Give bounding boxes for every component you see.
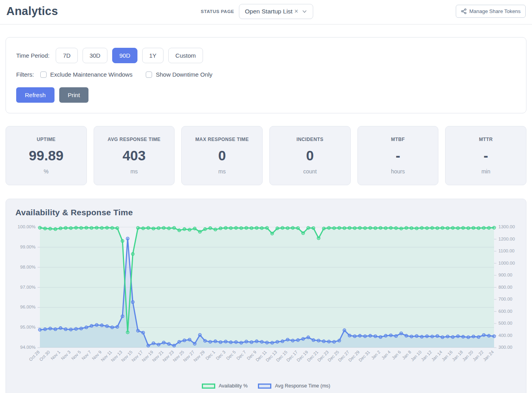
svg-text:Nov 13: Nov 13 bbox=[110, 350, 123, 363]
svg-text:Jan 24: Jan 24 bbox=[482, 350, 495, 362]
svg-text:700.00: 700.00 bbox=[498, 297, 512, 301]
svg-text:Dec 19: Dec 19 bbox=[296, 350, 309, 363]
checkbox-exclude-maintenance-windows[interactable] bbox=[40, 71, 47, 78]
clear-selection-icon[interactable]: ✕ bbox=[294, 8, 299, 14]
legend-swatch bbox=[258, 384, 271, 389]
checkbox-label: Exclude Maintenance Windows bbox=[50, 71, 132, 78]
stat-unit: min bbox=[449, 168, 523, 175]
period-button-7d[interactable]: 7D bbox=[56, 48, 77, 63]
svg-text:Jan 12: Jan 12 bbox=[420, 350, 433, 362]
svg-text:Jan 20: Jan 20 bbox=[461, 350, 474, 362]
svg-text:Nov 1: Nov 1 bbox=[50, 350, 61, 361]
chart-card: Availability & Response Time 100.00%99.0… bbox=[6, 199, 526, 393]
svg-text:Nov 21: Nov 21 bbox=[151, 350, 164, 363]
page-title: Analytics bbox=[6, 5, 58, 18]
svg-text:96.00%: 96.00% bbox=[20, 305, 36, 309]
svg-text:Jan 4: Jan 4 bbox=[380, 350, 391, 361]
stat-label: MTTR bbox=[449, 137, 523, 142]
status-page-value: Open Startup List bbox=[245, 8, 293, 15]
stat-value: - bbox=[361, 148, 435, 164]
svg-text:400.00: 400.00 bbox=[498, 333, 512, 338]
stat-label: INCIDENTS bbox=[273, 137, 347, 142]
stat-value: 403 bbox=[97, 148, 171, 164]
svg-text:300.00: 300.00 bbox=[498, 345, 512, 350]
svg-text:97.00%: 97.00% bbox=[20, 285, 36, 290]
legend-label: Avg Response Time (ms) bbox=[275, 383, 330, 389]
svg-text:Jan 2: Jan 2 bbox=[370, 350, 381, 361]
filter-checkbox-group: Exclude Maintenance WindowsShow Downtime… bbox=[40, 71, 226, 78]
period-button-custom[interactable]: Custom bbox=[168, 48, 203, 63]
svg-text:Nov 3: Nov 3 bbox=[60, 350, 71, 361]
svg-text:98.00%: 98.00% bbox=[20, 265, 36, 269]
filter-option-show-downtime-only: Show Downtime Only bbox=[146, 71, 212, 78]
svg-text:Dec 21: Dec 21 bbox=[306, 350, 319, 363]
checkbox-show-downtime-only[interactable] bbox=[146, 71, 152, 78]
svg-text:Dec 29: Dec 29 bbox=[347, 350, 360, 363]
svg-text:Dec 31: Dec 31 bbox=[358, 350, 371, 363]
legend-item-avg-response-time-ms[interactable]: Avg Response Time (ms) bbox=[258, 383, 330, 389]
print-button[interactable]: Print bbox=[59, 87, 89, 103]
filters-label: Filters: bbox=[16, 71, 34, 78]
svg-text:Nov 25: Nov 25 bbox=[172, 350, 185, 363]
svg-text:100.00%: 100.00% bbox=[18, 224, 36, 229]
stat-unit: hours bbox=[361, 168, 435, 175]
filter-option-exclude-maintenance-windows: Exclude Maintenance Windows bbox=[40, 71, 132, 78]
svg-text:Jan 16: Jan 16 bbox=[441, 350, 453, 362]
status-page-select[interactable]: Open Startup List ✕ bbox=[239, 4, 313, 19]
stat-card-mttr: MTTR-min bbox=[445, 126, 526, 185]
svg-text:Dec 27: Dec 27 bbox=[337, 350, 350, 363]
svg-text:Dec 15: Dec 15 bbox=[275, 350, 288, 363]
stat-card-avg-response-time: AVG RESPONSE TIME403ms bbox=[94, 126, 175, 185]
svg-text:1200.00: 1200.00 bbox=[498, 237, 515, 241]
stat-value: 99.89 bbox=[9, 148, 83, 164]
svg-text:Jan 10: Jan 10 bbox=[410, 350, 423, 362]
svg-text:Dec 13: Dec 13 bbox=[265, 350, 278, 363]
manage-share-tokens-label: Manage Share Tokens bbox=[469, 8, 521, 14]
period-button-1y[interactable]: 1Y bbox=[142, 48, 164, 63]
svg-text:900.00: 900.00 bbox=[498, 273, 512, 277]
svg-text:Nov 17: Nov 17 bbox=[131, 350, 144, 363]
svg-text:600.00: 600.00 bbox=[498, 309, 512, 314]
svg-text:Dec 17: Dec 17 bbox=[286, 350, 299, 363]
svg-text:Oct 28: Oct 28 bbox=[28, 350, 40, 362]
stat-label: MAX RESPONSE TIME bbox=[185, 137, 259, 142]
svg-text:99.00%: 99.00% bbox=[20, 244, 36, 249]
svg-text:Nov 7: Nov 7 bbox=[81, 350, 92, 361]
svg-text:1100.00: 1100.00 bbox=[498, 248, 515, 253]
stats-row: UPTIME99.89%AVG RESPONSE TIME403msMAX RE… bbox=[6, 126, 526, 185]
app-header: Analytics STATUS PAGE Open Startup List … bbox=[0, 0, 532, 24]
manage-share-tokens-button[interactable]: Manage Share Tokens bbox=[456, 5, 526, 18]
stat-card-mtbf: MTBF-hours bbox=[357, 126, 439, 185]
stat-card-incidents: INCIDENTS0count bbox=[269, 126, 351, 185]
stat-label: MTBF bbox=[361, 137, 435, 142]
svg-text:Nov 15: Nov 15 bbox=[120, 350, 133, 363]
chevron-down-icon[interactable] bbox=[302, 9, 307, 14]
refresh-button[interactable]: Refresh bbox=[16, 87, 55, 103]
chart-legend: Availability %Avg Response Time (ms) bbox=[15, 383, 517, 389]
status-page-picker: STATUS PAGE Open Startup List ✕ bbox=[58, 4, 456, 19]
svg-text:94.00%: 94.00% bbox=[20, 345, 36, 350]
legend-label: Availability % bbox=[219, 383, 248, 389]
stat-label: AVG RESPONSE TIME bbox=[97, 137, 171, 142]
period-button-30d[interactable]: 30D bbox=[83, 48, 108, 63]
legend-item-availability[interactable]: Availability % bbox=[202, 383, 248, 389]
svg-text:Dec 1: Dec 1 bbox=[205, 350, 216, 361]
svg-text:Nov 23: Nov 23 bbox=[162, 350, 175, 363]
svg-text:Dec 3: Dec 3 bbox=[215, 350, 226, 361]
svg-text:95.00%: 95.00% bbox=[20, 325, 36, 329]
svg-text:Nov 5: Nov 5 bbox=[70, 350, 82, 361]
svg-text:Dec 7: Dec 7 bbox=[235, 350, 247, 361]
stat-label: UPTIME bbox=[9, 137, 83, 142]
legend-swatch bbox=[202, 384, 215, 389]
stat-unit: count bbox=[273, 168, 347, 175]
svg-text:Jan 6: Jan 6 bbox=[391, 350, 402, 361]
stat-value: 0 bbox=[185, 148, 259, 164]
svg-text:Nov 27: Nov 27 bbox=[182, 350, 195, 363]
svg-text:Nov 29: Nov 29 bbox=[192, 350, 205, 363]
availability-response-chart: 100.00%99.00%98.00%97.00%96.00%95.00%94.… bbox=[15, 220, 517, 382]
period-button-90d[interactable]: 90D bbox=[112, 48, 137, 63]
stat-unit: ms bbox=[185, 168, 259, 175]
stat-card-uptime: UPTIME99.89% bbox=[6, 126, 87, 185]
share-icon bbox=[461, 8, 467, 14]
chart-title: Availability & Response Time bbox=[15, 208, 517, 217]
